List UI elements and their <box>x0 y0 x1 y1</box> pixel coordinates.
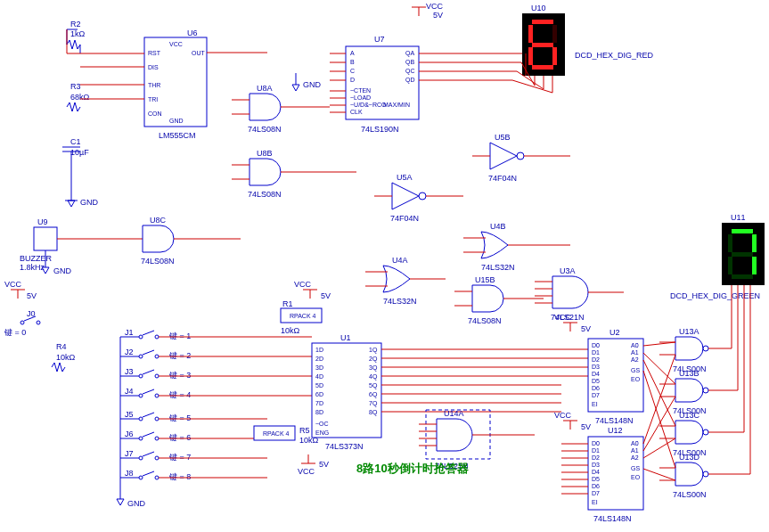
vcc-u12-value: 5V <box>581 422 591 431</box>
svg-text:J5: J5 <box>125 410 134 419</box>
r1-ref: R1 <box>282 299 293 308</box>
svg-text:J4: J4 <box>125 387 134 396</box>
svg-point-115 <box>155 355 159 358</box>
svg-text:4Q: 4Q <box>369 373 378 381</box>
svg-line-134 <box>143 432 154 437</box>
vcc-left-value: 5V <box>27 291 37 300</box>
svg-text:键 = 1: 键 = 1 <box>168 331 191 340</box>
u9-freq: 1.8kHz <box>20 263 45 272</box>
svg-text:J3: J3 <box>125 367 134 376</box>
u5b-part: 74F04N <box>488 174 517 183</box>
vcc-mid-label: VCC <box>294 280 312 289</box>
svg-text:~LOAD: ~LOAD <box>350 94 371 101</box>
svg-text:74LS00N: 74LS00N <box>673 490 707 499</box>
u8b-part: 74LS08N <box>248 190 282 199</box>
r3-val: 68kΩ <box>70 93 90 102</box>
u8c-part: 74LS08N <box>141 257 175 266</box>
u9-ref: U9 <box>37 217 48 226</box>
svg-point-123 <box>139 394 143 397</box>
svg-text:A1: A1 <box>631 349 639 356</box>
switch-j5: J5 键 = 5 <box>125 410 191 422</box>
switch-j1: J1 键 = 1 <box>125 328 191 340</box>
svg-text:J1: J1 <box>125 328 134 337</box>
svg-text:D5: D5 <box>592 476 600 482</box>
switch-j2: J2 键 = 2 <box>125 348 191 360</box>
u8a-part: 74LS08N <box>248 125 282 134</box>
svg-rect-280 <box>728 234 732 252</box>
svg-text:EO: EO <box>631 474 641 480</box>
switch-j7: J7 键 = 7 <box>125 449 191 462</box>
svg-point-125 <box>155 394 159 397</box>
svg-rect-276 <box>752 234 757 252</box>
r5-val: 10kΩ <box>299 436 319 445</box>
u2-part: 74LS148N <box>595 416 634 425</box>
svg-point-128 <box>139 417 143 421</box>
svg-rect-59 <box>528 47 533 65</box>
svg-point-108 <box>139 335 143 339</box>
svg-text:U13C: U13C <box>679 411 700 420</box>
svg-text:2D: 2D <box>315 356 323 362</box>
svg-line-114 <box>143 350 154 355</box>
svg-text:U13D: U13D <box>679 453 700 462</box>
u12-ref: U12 <box>608 426 623 435</box>
u12-part: 74LS148N <box>593 514 632 523</box>
svg-rect-279 <box>728 257 732 274</box>
svg-rect-57 <box>552 47 557 65</box>
svg-text:D: D <box>350 77 355 83</box>
svg-text:~OC: ~OC <box>315 421 329 427</box>
r5-ref: R5 <box>299 426 310 435</box>
svg-rect-278 <box>732 274 753 279</box>
svg-text:J2: J2 <box>125 348 134 356</box>
svg-rect-83 <box>34 227 57 250</box>
svg-rect-277 <box>752 257 757 274</box>
svg-text:键 = 2: 键 = 2 <box>168 351 191 360</box>
svg-line-144 <box>143 471 154 476</box>
svg-rect-275 <box>732 229 753 233</box>
u15b-part: 74LS08N <box>468 316 502 325</box>
svg-text:7D: 7D <box>315 400 323 406</box>
svg-text:A: A <box>350 50 355 56</box>
svg-text:~CTEN: ~CTEN <box>350 87 371 94</box>
u1-part: 74LS373N <box>325 442 364 451</box>
vcc-left-label: VCC <box>4 280 22 289</box>
vcc-u2-label: VCC <box>554 313 572 322</box>
svg-text:D5: D5 <box>592 378 600 384</box>
u5a-part: 74F04N <box>390 214 419 223</box>
gnd-buzzer: GND <box>53 266 72 275</box>
svg-text:A0: A0 <box>631 440 639 446</box>
svg-text:QC: QC <box>405 68 415 75</box>
svg-line-129 <box>143 413 154 417</box>
gnd-left: GND <box>80 198 99 207</box>
svg-text:D1: D1 <box>592 349 600 356</box>
svg-text:D7: D7 <box>592 392 600 398</box>
svg-text:键 = 3: 键 = 3 <box>168 371 191 380</box>
svg-text:5D: 5D <box>315 382 323 389</box>
vcc-u2-value: 5V <box>581 324 591 333</box>
r1-pack: RPACK 4 <box>290 313 316 319</box>
u15b-ref: U15B <box>475 275 495 284</box>
svg-point-118 <box>139 374 143 378</box>
r4-val: 10kΩ <box>56 353 76 362</box>
switch-j4: J4 键 = 4 <box>125 387 191 399</box>
vcc-u12-label: VCC <box>554 411 572 420</box>
svg-line-267 <box>643 342 675 346</box>
svg-point-77 <box>517 152 524 160</box>
svg-marker-156 <box>117 499 124 505</box>
svg-line-270 <box>643 371 675 468</box>
svg-text:D6: D6 <box>592 385 600 391</box>
r3-ref: R3 <box>70 82 81 91</box>
u11-ref: U11 <box>731 213 746 222</box>
svg-line-273 <box>643 438 675 458</box>
svg-text:D7: D7 <box>592 490 600 496</box>
svg-text:VCC: VCC <box>169 41 183 47</box>
r2-ref: R2 <box>70 20 81 29</box>
svg-text:D4: D4 <box>592 371 600 377</box>
svg-point-249 <box>703 388 708 393</box>
svg-point-113 <box>139 355 143 358</box>
svg-text:8D: 8D <box>315 409 323 415</box>
svg-text:1D: 1D <box>315 347 323 353</box>
svg-text:7Q: 7Q <box>369 400 378 407</box>
svg-text:4D: 4D <box>315 373 323 380</box>
schematic-title: 8路10秒倒计时抢答器 <box>356 462 469 475</box>
svg-text:EI: EI <box>592 499 598 505</box>
